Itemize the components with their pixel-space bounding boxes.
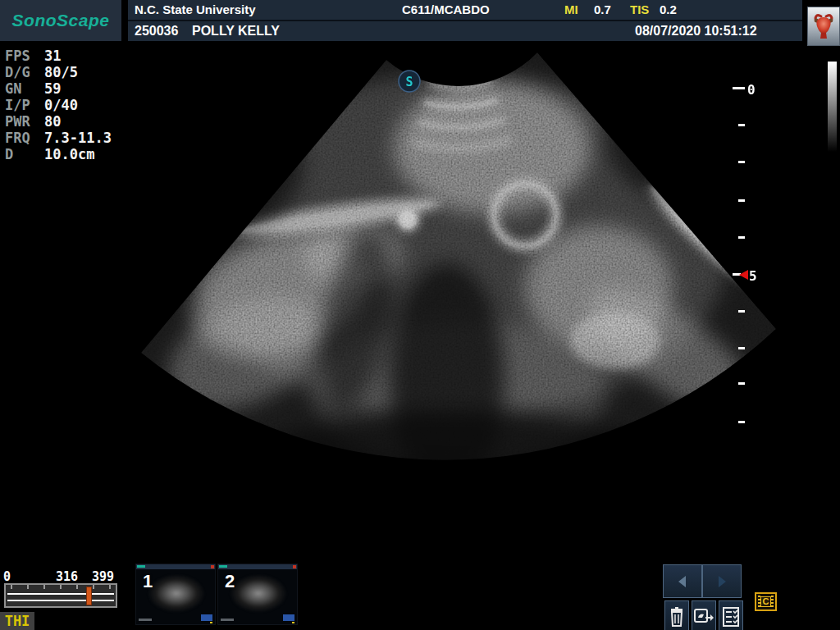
header-row-1: N.C. State University C611/MCABDO MI 0.7…: [128, 0, 802, 21]
thumbnail-mini-header: [136, 564, 215, 569]
param-label: PWR: [5, 113, 44, 130]
film-perforations: [771, 596, 774, 608]
param-label: D: [5, 146, 44, 162]
tgc-ticks: [11, 585, 112, 589]
imaging-parameters-panel: FPS31 D/G 80/5 GN59 I/P0/40 PWR80 FRQ7.3…: [5, 48, 112, 162]
trash-icon: [669, 607, 685, 627]
uterus-icon: [810, 11, 837, 42]
param-value: 0/40: [44, 97, 78, 113]
thumbnail-mini-buttons: [201, 614, 212, 621]
thumbnail-mini-logo: [137, 565, 145, 568]
param-label: D/G: [5, 64, 44, 80]
patient-id: 250036: [135, 24, 178, 39]
institution-name: N.C. State University: [135, 2, 256, 16]
brand-logo: SonoScape: [12, 11, 110, 30]
param-row: GN59: [5, 80, 112, 97]
svg-text:S: S: [405, 75, 413, 89]
gray-map-mid: 316: [56, 569, 78, 584]
thi-mode-badge: THI: [0, 612, 34, 630]
prev-page-button[interactable]: [663, 564, 702, 598]
param-row: FPS31: [5, 48, 112, 64]
depth-ruler-zero-label: 0: [747, 82, 756, 98]
gray-map-max: 399: [92, 569, 114, 584]
film-perforations: [758, 596, 760, 608]
thumbnail-rec-dot: [211, 565, 214, 568]
export-image-button[interactable]: [692, 600, 716, 630]
param-value: 80/5: [44, 64, 78, 80]
depth-ruler-five-label: 5: [749, 268, 757, 284]
param-row: D10.0cm: [5, 146, 112, 162]
datetime: 08/07/2020 10:51:12: [635, 24, 757, 39]
cine-thumbnail-2[interactable]: 2: [217, 564, 298, 625]
thumbnail-mini-dot: [210, 622, 212, 623]
header-row-2: 250036 POLLY KELLY 08/07/2020 10:51:12: [128, 21, 802, 41]
param-row: D/G 80/5: [5, 64, 112, 80]
thumbnail-mini-scale: [139, 619, 152, 621]
param-value: 59: [44, 80, 61, 97]
param-label: FPS: [5, 48, 44, 64]
next-page-button[interactable]: [702, 564, 742, 598]
tis-label: TIS: [630, 2, 649, 16]
thumbnail-mini-header: [218, 564, 297, 569]
thumbnail-mini-logo: [219, 565, 227, 568]
focus-marker-icon: [739, 270, 748, 280]
exam-type-indicator: [807, 7, 840, 46]
brand-panel: SonoScape: [0, 0, 121, 41]
param-label: I/P: [5, 97, 44, 113]
mi-value: 0.7: [594, 2, 611, 16]
depth-ruler: 0 5: [733, 82, 757, 423]
param-row: FRQ7.3-11.3: [5, 130, 112, 146]
header-bar: N.C. State University C611/MCABDO MI 0.7…: [128, 0, 802, 41]
probe-preset: C611/MCABDO: [402, 2, 490, 16]
mi-label: MI: [564, 2, 578, 16]
param-value: 10.0cm: [44, 146, 94, 162]
param-label: GN: [5, 80, 44, 97]
left-arrow-icon: [674, 573, 691, 590]
grayscale-reference-bar: [828, 62, 837, 152]
tgc-indicator[interactable]: [86, 587, 92, 605]
param-row: I/P0/40: [5, 97, 112, 113]
thumbnail-mini-buttons: [283, 614, 294, 621]
gray-map-min: 0: [3, 569, 11, 584]
cine-film-badge: C: [755, 592, 777, 611]
delete-image-button[interactable]: [664, 600, 689, 630]
thumbnail-number: 1: [143, 571, 153, 592]
param-value: 7.3-11.3: [44, 130, 112, 146]
orientation-marker-icon: S: [399, 71, 420, 92]
param-row: PWR80: [5, 113, 112, 130]
ultrasound-image-layer: S 0 5: [0, 0, 840, 630]
export-image-icon: [694, 608, 714, 626]
gray-map-values: 0 316 399: [2, 569, 121, 582]
patient-name: POLLY KELLY: [192, 24, 280, 39]
thi-label: THI: [5, 613, 30, 629]
report-checklist-button[interactable]: [719, 600, 743, 630]
thumbnail-image: [230, 574, 287, 617]
checklist-icon: [723, 607, 739, 627]
tgc-curve-line: [7, 593, 114, 601]
param-label: FRQ: [5, 130, 44, 146]
ultrasound-screen: S 0 5 SonoScape: [0, 0, 840, 630]
right-arrow-icon: [714, 573, 730, 590]
cine-badge-letter: C: [760, 596, 772, 607]
thumbnail-rec-dot: [293, 565, 296, 568]
thumbnail-number: 2: [225, 571, 235, 592]
bmode-fan-image: [82, 33, 804, 492]
thumbnail-mini-scale: [221, 619, 234, 621]
cine-thumbnail-1[interactable]: 1: [135, 564, 216, 625]
tis-value: 0.2: [660, 2, 677, 16]
param-value: 31: [44, 48, 61, 64]
tgc-curve-bar[interactable]: [4, 583, 117, 608]
thumbnail-image: [148, 574, 205, 617]
thumbnail-mini-dot: [292, 622, 294, 623]
param-value: 80: [44, 113, 61, 130]
